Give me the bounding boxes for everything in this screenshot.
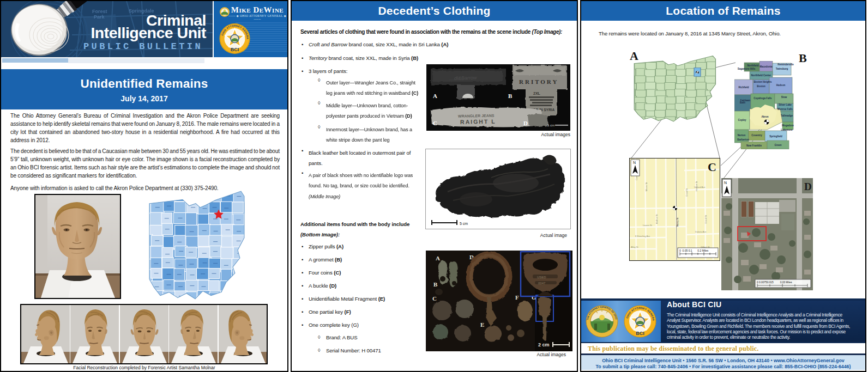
svg-text:Moore St: Moore St xyxy=(645,182,648,191)
svg-text:Sagamore Hills: Sagamore Hills xyxy=(738,68,756,70)
svg-text:New Franklin: New Franklin xyxy=(746,144,762,147)
svg-text:USED: USED xyxy=(537,276,546,279)
svg-text:0 0.05 0.1 0.2 Miles: 0 0.05 0.1 0.2 Miles xyxy=(679,249,709,252)
svg-text:N: N xyxy=(633,161,636,164)
svg-text:Hudson: Hudson xyxy=(776,84,786,87)
svg-text:Akron: Akron xyxy=(761,115,768,118)
svg-text:Copley: Copley xyxy=(738,119,746,121)
svg-text:A: A xyxy=(436,255,440,261)
svg-text:Fairlawn: Fairlawn xyxy=(740,99,751,102)
svg-text:BCI: BCI xyxy=(636,331,644,336)
svg-text:Norton: Norton xyxy=(738,134,746,137)
svg-text:B: B xyxy=(508,93,513,99)
svg-text:Northfield: Northfield xyxy=(747,64,758,67)
svg-text:Northfield Center: Northfield Center xyxy=(751,74,771,77)
svg-text:BCI: BCI xyxy=(231,47,239,52)
svg-text:Twinsburg: Twinsburg xyxy=(776,68,788,70)
svg-text:5 cm: 5 cm xyxy=(460,222,468,225)
svg-text:Cuyahoga Falls: Cuyahoga Falls xyxy=(754,97,772,100)
svg-text:A: A xyxy=(433,93,437,99)
svg-text:Boston Heights: Boston Heights xyxy=(754,81,772,83)
svg-text:Girard St: Girard St xyxy=(704,215,707,224)
svg-text:Alloy St: Alloy St xyxy=(631,246,638,248)
svg-text:Lakemore: Lakemore xyxy=(781,129,793,131)
svg-text:Coventry: Coventry xyxy=(751,134,762,137)
svg-text:B: B xyxy=(433,281,438,288)
svg-text:2XL: 2XL xyxy=(533,92,541,95)
svg-text:Silver Lake: Silver Lake xyxy=(779,103,792,106)
svg-text:Upland Ave: Upland Ave xyxy=(694,186,706,188)
svg-text:2 cm: 2 cm xyxy=(538,342,550,347)
svg-text:Richfield: Richfield xyxy=(738,86,749,89)
svg-text:Lovers St: Lovers St xyxy=(643,224,653,227)
svg-text:D: D xyxy=(804,181,812,192)
svg-text:Forest: Forest xyxy=(92,9,107,14)
svg-text:Macedonia: Macedonia xyxy=(760,65,773,68)
svg-text:Springfield: Springfield xyxy=(769,135,782,138)
svg-text:Dakota Ave: Dakota Ave xyxy=(695,230,707,233)
svg-text:Grant St: Grant St xyxy=(685,188,688,197)
svg-text:E Emerling Ave: E Emerling Ave xyxy=(635,235,650,237)
svg-text:Marcy St: Marcy St xyxy=(676,217,679,227)
svg-text:0047: 0047 xyxy=(538,282,546,285)
svg-text:Tallmadge: Tallmadge xyxy=(781,114,793,117)
svg-text:Andrus St: Andrus St xyxy=(655,214,658,224)
svg-text:Boston: Boston xyxy=(757,85,765,88)
svg-text:Barberton: Barberton xyxy=(737,138,749,141)
svg-text:C: C xyxy=(433,120,437,126)
svg-text:Reminderville: Reminderville xyxy=(777,63,794,66)
svg-text:0 0.00750.015 0.03 Mil: 0 0.00750.015 0.03 Miles xyxy=(757,281,792,284)
svg-text:WRANGLER JEANS: WRANGLER JEANS xyxy=(458,114,495,118)
svg-text:E: E xyxy=(480,321,484,328)
svg-text:1 cm: 1 cm xyxy=(547,124,554,127)
svg-text:…dl&Barrow: …dl&Barrow xyxy=(449,75,477,82)
svg-text:F: F xyxy=(515,294,519,301)
svg-text:N: N xyxy=(724,181,727,185)
svg-text:RAIGHT L: RAIGHT L xyxy=(460,118,496,125)
svg-text:C: C xyxy=(432,295,437,302)
svg-text:D: D xyxy=(523,120,528,126)
svg-text:Munroe Falls: Munroe Falls xyxy=(777,108,793,111)
svg-text:Stow: Stow xyxy=(781,96,787,99)
svg-text:Mogadore: Mogadore xyxy=(782,124,794,127)
svg-text:Green: Green xyxy=(774,144,781,147)
svg-text:RRITORY: RRITORY xyxy=(519,78,558,85)
